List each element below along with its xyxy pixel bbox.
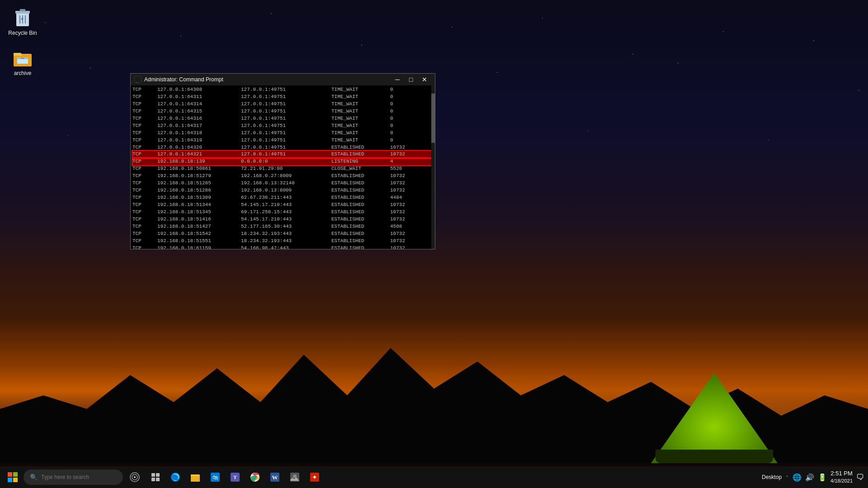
cmd-row: TCP 192.168.0.18:51551 18.234.32.193:443…	[132, 238, 433, 245]
teams-app[interactable]: T	[226, 468, 244, 486]
chrome-icon	[250, 472, 260, 483]
edge-icon	[170, 472, 181, 483]
cmd-row: TCP 192.168.0.18:51344 54.145.17.210:443…	[132, 202, 433, 209]
edge-app[interactable]	[166, 468, 184, 486]
recycle-bin-label: Recycle Bin	[8, 30, 37, 36]
cmd-row: TCP 192.168.0.18:51416 54.145.17.210:443…	[132, 216, 433, 223]
cmd-row: TCP 192.168.0.18:51285 192.168.0.13:3214…	[132, 180, 433, 187]
start-button[interactable]	[4, 468, 22, 486]
cmd-content-area[interactable]: TCP 127.0.0.1:64308 127.0.0.1:49751 TIME…	[131, 85, 435, 249]
taskbar-search-input[interactable]	[41, 474, 117, 480]
cmd-scrollbar-thumb[interactable]	[431, 94, 435, 143]
cortana-icon	[130, 472, 140, 482]
cmd-row: TCP 192.168.0.18:51345 69.171.250.15:443…	[132, 209, 433, 216]
teams-icon: T	[230, 472, 241, 483]
cmd-row: TCP 127.0.0.1:64316 127.0.0.1:49751 TIME…	[132, 115, 433, 122]
notification-icon[interactable]: 🗨	[856, 473, 864, 482]
archive-icon[interactable]: archive	[5, 45, 41, 78]
svg-rect-22	[151, 478, 155, 481]
cmd-window-icon: _	[134, 76, 142, 83]
cmd-row: TCP 127.0.0.1:64308 127.0.0.1:49751 TIME…	[132, 86, 433, 94]
svg-rect-21	[156, 473, 160, 477]
sys-icons: 🌐 🔊 🔋	[793, 473, 827, 482]
cmd-row: TCP 192.168.0.18:51427 52.177.165.30:443…	[132, 223, 433, 230]
svg-text:✦: ✦	[312, 474, 317, 481]
archive-label: archive	[14, 70, 32, 76]
archive-svg	[12, 47, 33, 68]
cmd-row: TCP 192.168.0.18:50861 72.21.91.29:80 CL…	[132, 165, 433, 173]
taskbar-clock[interactable]: 2:51 PM 4/18/2021	[830, 470, 853, 484]
svg-text:W: W	[272, 474, 278, 481]
cmd-row: TCP 192.168.0.18:51279 192.168.0.27:8009…	[132, 173, 433, 180]
cmd-row: TCP 192.168.0.18:51286 192.168.0.13:8009…	[132, 187, 433, 194]
battery-icon[interactable]: 🔋	[818, 473, 827, 482]
tent-decoration	[651, 364, 778, 463]
recycle-bin-svg	[12, 6, 33, 28]
svg-point-19	[134, 476, 136, 478]
svg-rect-23	[156, 478, 160, 481]
expand-icon[interactable]: ⌃	[785, 475, 789, 480]
file-explorer-app[interactable]	[186, 468, 204, 486]
svg-text:_: _	[136, 77, 139, 83]
cmd-maximize-button[interactable]: □	[404, 74, 418, 85]
cmd-row: TCP 127.0.0.1:64321 127.0.0.1:49751 ESTA…	[132, 151, 433, 158]
cmd-row: TCP 127.0.0.1:64320 127.0.0.1:49751 ESTA…	[132, 144, 433, 151]
taskview-icon	[151, 473, 160, 482]
store-app[interactable]: 🛍	[206, 468, 224, 486]
recycle-bin-icon[interactable]: Recycle Bin	[5, 5, 41, 38]
cmd-row: TCP 127.0.0.1:64311 127.0.0.1:49751 TIME…	[132, 94, 433, 101]
cmd-row: TCP 192.168.0.18:51542 18.234.32.193:443…	[132, 230, 433, 238]
windows-logo-icon	[8, 472, 18, 482]
network-icon[interactable]: 🌐	[793, 473, 802, 482]
taskbar-system-tray: Desktop ⌃ 🌐 🔊 🔋 2:51 PM 4/18/2021 🗨	[762, 470, 864, 484]
taskbar-search-icon: 🔍	[30, 474, 38, 481]
cmd-row: TCP 127.0.0.1:64315 127.0.0.1:49751 TIME…	[132, 108, 433, 115]
svg-rect-7	[14, 53, 21, 56]
svg-text:🛍: 🛍	[212, 474, 218, 481]
store-icon: 🛍	[210, 472, 221, 483]
cmd-row: TCP 127.0.0.1:64314 127.0.0.1:49751 TIME…	[132, 101, 433, 108]
taskbar-apps-area: 🛍 T W	[146, 468, 324, 486]
cmd-close-button[interactable]: ✕	[418, 74, 431, 85]
cmd-minimize-button[interactable]: ─	[391, 74, 404, 85]
extra-app-icon: ✦	[309, 472, 320, 483]
photos-icon	[289, 472, 300, 483]
chrome-app[interactable]	[246, 468, 264, 486]
word-icon: W	[269, 472, 280, 483]
taskbar-time: 2:51 PM	[830, 470, 853, 478]
svg-rect-2	[20, 9, 25, 11]
taskbar: 🔍	[0, 466, 868, 488]
word-app[interactable]: W	[266, 468, 284, 486]
cmd-row: TCP 192.168.0.18:139 0.0.0.0:0 LISTENING…	[132, 158, 433, 165]
photos-app[interactable]	[286, 468, 304, 486]
file-explorer-icon	[190, 472, 201, 483]
svg-rect-15	[8, 478, 12, 482]
svg-rect-13	[8, 472, 12, 477]
cmd-row: TCP 192.168.0.18:51309 62.67.238.211:443…	[132, 194, 433, 202]
cmd-window: _ Administrator: Command Prompt ─ □ ✕ TC…	[130, 73, 435, 249]
cmd-row: TCP 127.0.0.1:64319 127.0.0.1:49751 TIME…	[132, 137, 433, 144]
cmd-titlebar[interactable]: _ Administrator: Command Prompt ─ □ ✕	[131, 74, 435, 85]
taskbar-date: 4/18/2021	[830, 478, 853, 484]
svg-rect-20	[151, 473, 155, 477]
svg-rect-16	[13, 478, 18, 482]
cmd-title-text: Administrator: Command Prompt	[144, 76, 391, 83]
desktop-label: Desktop	[762, 474, 782, 480]
volume-icon[interactable]: 🔊	[805, 473, 814, 482]
cmd-row: TCP 127.0.0.1:64317 127.0.0.1:49751 TIME…	[132, 122, 433, 130]
cmd-window-controls: ─ □ ✕	[391, 74, 431, 85]
cmd-row: TCP 127.0.0.1:64318 127.0.0.1:49751 TIME…	[132, 130, 433, 137]
svg-text:T: T	[233, 474, 237, 480]
taskview-app[interactable]	[146, 468, 165, 486]
cmd-row: TCP 192.168.0.18:61159 54.166.98.47:443 …	[132, 245, 433, 249]
svg-rect-10	[21, 58, 24, 59]
taskbar-search-box[interactable]: 🔍	[24, 469, 123, 485]
desktop-icons-area: Recycle Bin archive	[0, 0, 45, 90]
svg-rect-14	[13, 472, 18, 477]
cmd-scrollbar[interactable]	[431, 85, 435, 249]
extra-app[interactable]: ✦	[306, 468, 324, 486]
cortana-button[interactable]	[127, 469, 143, 485]
